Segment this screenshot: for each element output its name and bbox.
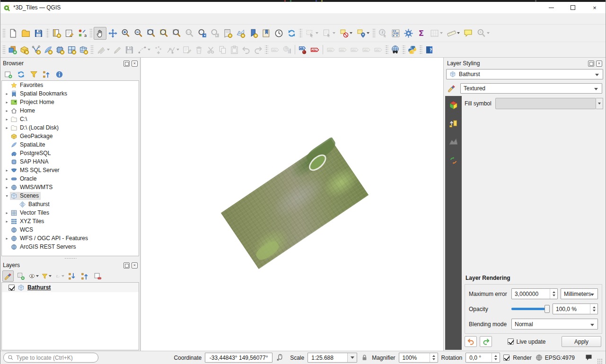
identify-features-button[interactable] [377, 27, 389, 40]
save-edits-button[interactable] [123, 44, 135, 56]
browser-item-xyz-tiles[interactable]: ▸ XYZ Tiles [2, 217, 139, 225]
blending-mode-combo[interactable]: Normal [511, 319, 598, 329]
browser-close-button[interactable]: × [132, 61, 138, 67]
add-group-button[interactable] [15, 270, 26, 282]
new-project-button[interactable] [7, 27, 19, 40]
locator-box[interactable] [3, 353, 98, 363]
expand-arrow-icon[interactable]: ▾ [4, 194, 10, 198]
menu-view[interactable] [19, 17, 28, 20]
change-label-button[interactable] [372, 44, 384, 56]
styling-redo-button[interactable] [480, 336, 492, 347]
layer-item-bathurst[interactable]: Bathurst [2, 283, 139, 292]
filter-by-expression-button[interactable] [53, 270, 65, 282]
toggle-editing-button[interactable] [112, 44, 123, 56]
browser-item-c-drive[interactable]: ▸ C:\ [2, 115, 139, 123]
vertex-tool-button[interactable] [164, 44, 181, 56]
manage-map-themes-button[interactable] [28, 270, 39, 282]
minimize-button[interactable] [540, 2, 562, 13]
expand-arrow-icon[interactable]: ▸ [4, 185, 10, 190]
styling-undo-button[interactable] [465, 336, 477, 347]
browser-item-wfs[interactable]: ▸ WFS / OGC API - Features [2, 234, 139, 243]
move-label-button[interactable] [349, 44, 360, 56]
show-statistics-button[interactable] [415, 27, 428, 40]
locator-input[interactable] [16, 355, 94, 361]
scale-combo[interactable]: 1:25.688 [307, 353, 357, 363]
styling-float-button[interactable] [588, 61, 594, 67]
coordinate-display-toggle-icon[interactable] [276, 354, 284, 362]
expand-arrow-icon[interactable]: ▸ [4, 168, 10, 173]
browser-item-sap-hana[interactable]: SAP HANA [2, 157, 139, 166]
opacity-spinbox[interactable]: 100,0 % [553, 303, 598, 314]
new-print-layout-button[interactable] [50, 27, 63, 40]
magnifier-spinbox[interactable]: 100% [399, 353, 438, 363]
expand-arrow-icon[interactable]: ▸ [4, 236, 10, 241]
modify-attributes-button[interactable] [181, 44, 193, 56]
select-features-button[interactable] [303, 27, 320, 40]
max-error-spinbox[interactable]: 3,000000 [511, 288, 558, 299]
opacity-slider-handle[interactable] [545, 305, 550, 313]
dropdown-arrow-icon[interactable] [107, 49, 110, 51]
new-mesh-layer-button[interactable] [78, 44, 89, 56]
browser-item-project-home[interactable]: ▸ Project Home [2, 98, 139, 106]
history-tab[interactable] [447, 154, 460, 167]
browser-item-bathurst[interactable]: Bathurst [2, 200, 139, 208]
expand-all-button[interactable] [66, 270, 78, 282]
layer-visibility-checkbox[interactable] [9, 285, 15, 291]
new-sap-hana-layer-button[interactable] [54, 44, 66, 56]
fill-symbol-dropdown[interactable] [495, 98, 603, 109]
menu-settings[interactable] [36, 17, 45, 20]
style-manager-button[interactable] [76, 27, 88, 40]
lock-scale-icon[interactable] [360, 354, 369, 362]
digitize-with-segment-button[interactable] [135, 44, 152, 56]
close-button[interactable]: × [584, 2, 606, 13]
new-map-view-button[interactable] [221, 27, 234, 40]
delete-selected-button[interactable] [193, 44, 205, 56]
menu-processing[interactable] [96, 17, 105, 20]
zoom-full-button[interactable] [145, 27, 158, 40]
rotation-spinbox[interactable]: 0,0 ° [465, 353, 500, 363]
add-selected-layers-button[interactable] [2, 69, 14, 80]
opacity-slider[interactable] [511, 303, 550, 314]
live-update-checkbox[interactable] [508, 338, 514, 345]
collapse-all-button[interactable] [41, 69, 52, 80]
zoom-to-selection-button[interactable] [158, 27, 170, 40]
filter-browser-button[interactable] [28, 69, 39, 80]
highlight-pinned-labels-button[interactable] [309, 44, 321, 56]
new-shapefile-layer-button[interactable] [30, 44, 42, 56]
show-spatial-bookmarks-button[interactable] [260, 27, 272, 40]
menu-vector[interactable] [53, 17, 62, 20]
browser-item-vector-tiles[interactable]: ▸ Vector Tiles [2, 208, 139, 217]
layer-selector-combo[interactable]: Bathurst [446, 69, 603, 79]
menu-edit[interactable] [11, 17, 19, 20]
rotate-label-button[interactable] [360, 44, 372, 56]
dropdown-arrow-icon[interactable] [176, 49, 180, 51]
menu-layer[interactable] [28, 17, 36, 20]
elevation-tab[interactable] [447, 117, 460, 130]
save-project-button[interactable] [32, 27, 45, 40]
dropdown-arrow-icon[interactable] [367, 32, 370, 34]
statistical-summary-button[interactable] [389, 27, 402, 40]
properties-widget-button[interactable] [53, 69, 65, 80]
fill-symbol-dropdown-button[interactable] [596, 98, 603, 109]
refresh-map-button[interactable] [285, 27, 298, 40]
metasearch-button[interactable] [389, 44, 401, 56]
zoom-last-button[interactable] [196, 27, 209, 40]
measure-button[interactable] [445, 27, 462, 40]
zoom-to-layer-button[interactable] [170, 27, 183, 40]
new-spatialite-layer-button[interactable] [42, 44, 54, 56]
max-error-unit-combo[interactable]: Millimeters [561, 288, 598, 299]
current-edits-button[interactable] [95, 44, 112, 56]
copy-features-button[interactable] [217, 44, 228, 56]
browser-item-scenes[interactable]: ▾ Scenes [2, 191, 139, 200]
pin-labels-button[interactable] [297, 44, 309, 56]
scale-dropdown-button[interactable] [347, 353, 357, 362]
spin-arrows-icon[interactable] [550, 289, 557, 299]
new-query-button[interactable] [474, 27, 492, 40]
zoom-native-button[interactable] [183, 27, 196, 40]
menu-plugins[interactable] [45, 17, 53, 20]
menu-help[interactable] [105, 17, 113, 20]
browser-item-d-drive[interactable]: ▸ D:\ (Local Disk) [2, 123, 139, 132]
crs-globe-icon[interactable] [535, 354, 543, 362]
dropdown-arrow-icon[interactable] [333, 32, 336, 34]
spin-arrows-icon[interactable] [430, 353, 438, 362]
